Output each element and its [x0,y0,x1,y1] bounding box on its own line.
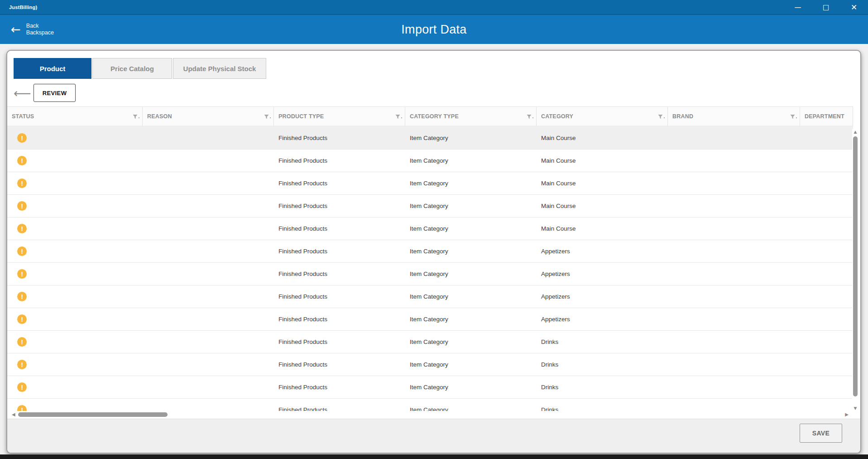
column-header[interactable]: REASON [143,107,274,126]
window-bottom-edge [0,454,868,459]
warning-icon: ! [17,360,27,369]
filter-dot [532,117,533,118]
product-type-cell: Finished Products [274,384,405,391]
product-type-cell: Finished Products [274,157,405,164]
warning-icon: ! [17,201,27,211]
product-type-cell: Finished Products [274,225,405,232]
back-arrow-icon: ← [11,24,21,35]
save-button[interactable]: SAVE [800,424,842,443]
back-label-group: Back Backspace [26,23,54,36]
back-sublabel: Backspace [26,29,54,36]
maximize-button[interactable]: □ [812,0,840,14]
filter-icon[interactable] [264,114,271,119]
column-header-label: REASON [147,113,264,120]
column-header[interactable]: BRAND [668,107,800,126]
import-data-card: Product Price Catalog Update Physical St… [6,50,861,454]
column-header[interactable]: PRODUCT TYPE [274,107,405,126]
filter-icon[interactable] [133,114,139,119]
status-cell: ! [7,269,143,279]
close-button[interactable]: ✕ [840,0,868,14]
tab-price-catalog[interactable]: Price Catalog [92,58,172,79]
status-cell: ! [7,360,143,369]
category-cell: Drinks [537,361,668,368]
vertical-scrollbar[interactable]: ▲ ▼ [852,129,858,411]
product-type-cell: Finished Products [274,180,405,187]
app-logo: JustBilling) [9,5,37,10]
product-type-cell: Finished Products [274,406,405,411]
category-type-cell: Item Category [405,384,537,391]
review-button[interactable]: REVIEW [34,84,76,102]
product-type-cell: Finished Products [274,203,405,209]
column-header[interactable]: CATEGORY TYPE [405,107,537,126]
status-cell: ! [7,224,143,233]
column-header-label: CATEGORY [541,113,658,120]
grid-body: ! Finished Products Item Category Main C… [7,127,853,411]
horizontal-scrollbar-thumb[interactable] [18,412,168,417]
filter-icon[interactable] [658,114,665,119]
status-cell: ! [7,133,143,143]
product-type-cell: Finished Products [274,361,405,368]
filter-icon[interactable] [395,114,402,119]
column-header-label: DEPARTMENT [805,113,850,120]
tab-update-physical-stock[interactable]: Update Physical Stock [173,58,266,79]
column-header[interactable]: DEPARTMENT [800,107,853,126]
status-cell: ! [7,179,143,188]
table-row[interactable]: ! Finished Products Item Category Appeti… [7,285,853,308]
category-cell: Drinks [537,406,668,411]
grid-back-arrow-icon[interactable]: ⟵ [14,87,34,99]
table-row[interactable]: ! Finished Products Item Category Main C… [7,172,853,195]
scroll-right-icon[interactable]: ▶ [845,412,849,417]
category-cell: Main Course [537,180,668,187]
table-row[interactable]: ! Finished Products Item Category Drinks [7,376,853,399]
column-header[interactable]: STATUS [7,107,143,126]
table-row[interactable]: ! Finished Products Item Category Appeti… [7,308,853,331]
table-row[interactable]: ! Finished Products Item Category Drinks [7,331,853,353]
warning-icon: ! [17,292,27,301]
scroll-down-icon[interactable]: ▼ [852,406,858,411]
table-row[interactable]: ! Finished Products Item Category Appeti… [7,263,853,285]
table-row[interactable]: ! Finished Products Item Category Main C… [7,127,853,150]
category-type-cell: Item Category [405,406,537,411]
warning-icon: ! [17,246,27,256]
table-row[interactable]: ! Finished Products Item Category Main C… [7,150,853,172]
category-type-cell: Item Category [405,248,537,255]
table-row[interactable]: ! Finished Products Item Category Main C… [7,217,853,240]
product-type-cell: Finished Products [274,316,405,323]
category-type-cell: Item Category [405,135,537,141]
category-type-cell: Item Category [405,338,537,345]
category-cell: Main Course [537,203,668,209]
category-type-cell: Item Category [405,316,537,323]
category-cell: Drinks [537,384,668,391]
vertical-scrollbar-thumb[interactable] [853,136,858,396]
category-type-cell: Item Category [405,293,537,300]
status-cell: ! [7,201,143,211]
column-header[interactable]: CATEGORY [537,107,668,126]
warning-icon: ! [17,337,27,347]
product-type-cell: Finished Products [274,338,405,345]
filter-icon[interactable] [790,114,797,119]
horizontal-scrollbar[interactable]: ◀ ▶ [11,411,849,418]
tab-bar: Product Price Catalog Update Physical St… [14,58,266,79]
scroll-up-icon[interactable]: ▲ [852,129,858,135]
table-row[interactable]: ! Finished Products Item Category Drinks [7,399,853,411]
tab-product[interactable]: Product [14,58,91,79]
warning-icon: ! [17,224,27,233]
category-type-cell: Item Category [405,271,537,277]
column-header-label: CATEGORY TYPE [410,113,527,120]
filter-icon[interactable] [527,114,533,119]
warning-icon: ! [17,269,27,279]
table-row[interactable]: ! Finished Products Item Category Drinks [7,353,853,376]
table-row[interactable]: ! Finished Products Item Category Main C… [7,195,853,217]
scroll-left-icon[interactable]: ◀ [12,412,15,417]
title-bar: JustBilling) — □ ✕ [0,0,868,14]
filter-dot [270,117,271,118]
status-cell: ! [7,156,143,165]
filter-dot [401,117,402,118]
minimize-button[interactable]: — [784,0,812,14]
category-cell: Appetizers [537,271,668,277]
nav-header: ← Back Backspace Import Data [0,14,868,44]
table-row[interactable]: ! Finished Products Item Category Appeti… [7,240,853,263]
column-header-label: PRODUCT TYPE [278,113,395,120]
back-button[interactable]: ← Back Backspace [11,23,54,36]
product-type-cell: Finished Products [274,293,405,300]
